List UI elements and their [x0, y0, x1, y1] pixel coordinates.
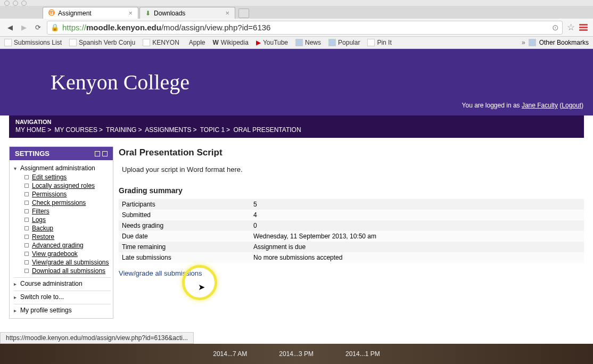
bookmark-star-icon[interactable]: ☆ [567, 22, 575, 33]
settings-link[interactable]: Logs [32, 216, 46, 224]
caret-right-icon: ▸ [14, 281, 18, 287]
lock-icon: 🔒 [51, 23, 59, 31]
bookmark-label: Submissions List [14, 39, 62, 46]
square-icon [24, 201, 29, 205]
settings-item[interactable]: Filters [24, 207, 111, 216]
bookmark-label: News [305, 39, 321, 46]
bookmark-label: YouTube [263, 39, 288, 46]
settings-item[interactable]: View gradebook [24, 250, 111, 258]
settings-block: SETTINGS ▾Assignment administration Edit… [9, 146, 113, 319]
forward-button[interactable]: ▶ [19, 23, 29, 32]
square-icon [24, 226, 29, 230]
row-label: Needs grading [119, 220, 250, 231]
settings-link[interactable]: Download all submissions [32, 267, 105, 275]
settings-link[interactable]: View/grade all submissions [32, 259, 109, 266]
tab-assignment[interactable]: ⓜ Assignment × [43, 7, 138, 19]
search-icon[interactable]: ⊙ [552, 23, 559, 32]
bookmark-label: Apple [189, 39, 205, 46]
settings-link[interactable]: Backup [32, 225, 53, 232]
tree-item-profile-settings[interactable]: ▸My profile settings [14, 304, 111, 315]
tab-downloads[interactable]: ⬇ Downloads × [139, 7, 235, 19]
logout-link[interactable]: Logout [562, 102, 581, 109]
page-icon [143, 39, 150, 46]
settings-item[interactable]: Edit settings [24, 173, 111, 181]
crumb-oral-presentation[interactable]: ORAL PRESENTATION [233, 126, 301, 134]
crumb-my-courses[interactable]: MY COURSES [54, 126, 97, 134]
bookmark-popular[interactable]: Popular [328, 39, 360, 46]
bookmark-label: Wikipedia [221, 39, 249, 46]
bookmark-submissions-list[interactable]: Submissions List [4, 39, 62, 46]
minimize-dot[interactable] [13, 1, 18, 6]
bookmark-wikipedia[interactable]: WWikipedia [213, 39, 249, 46]
settings-link[interactable]: Edit settings [32, 173, 67, 181]
dock-block-icon[interactable] [102, 151, 108, 156]
settings-item[interactable]: Backup [24, 224, 111, 233]
grading-table: Participants5Submitted4Needs grading0Due… [119, 199, 584, 263]
table-row: Late submissionsNo more submissions acce… [119, 252, 584, 263]
settings-link[interactable]: Permissions [32, 191, 67, 198]
settings-item[interactable]: Restore [24, 233, 111, 241]
bookmark-kenyon[interactable]: KENYON [143, 39, 179, 46]
url-box[interactable]: 🔒 https://moodle.kenyon.edu/mod/assign/v… [47, 21, 563, 35]
breadcrumb: MY HOME> MY COURSES> TRAINING> ASSIGNMEN… [15, 126, 578, 134]
url-text: https://moodle.kenyon.edu/mod/assign/vie… [62, 23, 549, 32]
square-icon [24, 175, 29, 179]
row-label: Participants [119, 199, 250, 210]
close-icon[interactable]: × [128, 9, 133, 17]
crumb-my-home[interactable]: MY HOME [15, 126, 46, 134]
tree-item-course-admin[interactable]: ▸Course administration [14, 277, 111, 288]
tab-label: Assignment [58, 10, 92, 17]
other-bookmarks[interactable]: » Other Bookmarks [522, 39, 589, 46]
tree-item-assignment-admin[interactable]: ▾Assignment administration [14, 163, 111, 173]
back-button[interactable]: ◀ [5, 23, 15, 32]
settings-link[interactable]: Check permissions [32, 199, 86, 206]
row-value: Wednesday, 11 September 2013, 10:50 am [250, 231, 584, 242]
table-row: Time remainingAssignment is due [119, 242, 584, 252]
bookmark-spanish-verb[interactable]: Spanish Verb Conju [69, 39, 135, 46]
navigation-block: NAVIGATION MY HOME> MY COURSES> TRAINING… [9, 115, 584, 138]
menu-icon[interactable] [579, 24, 588, 31]
close-dot[interactable] [4, 1, 10, 6]
settings-item[interactable]: View/grade all submissions [24, 258, 111, 267]
table-row: Due dateWednesday, 11 September 2013, 10… [119, 231, 584, 242]
settings-link[interactable]: Filters [32, 208, 50, 215]
moodle-icon: ⓜ [48, 9, 55, 18]
login-prefix: You are logged in as [462, 102, 522, 109]
settings-link[interactable]: View gradebook [32, 250, 78, 258]
maximize-dot[interactable] [21, 1, 27, 6]
close-icon[interactable]: × [225, 9, 229, 17]
bookmark-youtube[interactable]: ▶YouTube [256, 39, 288, 46]
wikipedia-icon: W [213, 39, 219, 46]
content-wrap: NAVIGATION MY HOME> MY COURSES> TRAINING… [0, 115, 593, 324]
crumb-assignments[interactable]: ASSIGNMENTS [145, 126, 191, 134]
settings-item[interactable]: Download all submissions [24, 267, 111, 275]
chevron-right-icon: » [522, 39, 525, 46]
settings-link[interactable]: Advanced grading [32, 242, 84, 249]
square-icon [24, 184, 29, 188]
bookmark-news[interactable]: News [295, 39, 321, 46]
minimize-block-icon[interactable] [95, 151, 100, 156]
settings-item[interactable]: Locally assigned roles [24, 181, 111, 190]
reload-button[interactable]: ⟳ [33, 23, 43, 32]
bookmarks-bar: Submissions List Spanish Verb Conju KENY… [0, 37, 593, 49]
crumb-training[interactable]: TRAINING [106, 126, 136, 134]
tree-item-switch-role[interactable]: ▸Switch role to... [14, 291, 111, 302]
settings-item[interactable]: Permissions [24, 190, 111, 198]
site-logo: Kenyon College [0, 70, 190, 95]
bookmark-pin-it[interactable]: Pin It [367, 39, 391, 46]
settings-link[interactable]: Locally assigned roles [32, 182, 95, 189]
settings-link[interactable]: Restore [32, 233, 54, 241]
settings-item[interactable]: Advanced grading [24, 241, 111, 250]
user-link[interactable]: Jane Faculty [522, 102, 558, 109]
view-grade-link[interactable]: View/grade all submissions [119, 269, 202, 277]
settings-item[interactable]: Check permissions [24, 198, 111, 207]
login-info: You are logged in as Jane Faculty (Logou… [462, 102, 583, 109]
square-icon [24, 252, 29, 256]
new-tab-button[interactable] [238, 9, 249, 18]
crumb-topic-1[interactable]: TOPIC 1 [200, 126, 225, 134]
page-icon [69, 39, 77, 46]
settings-header: SETTINGS [10, 147, 113, 160]
bookmark-apple[interactable]: Apple [187, 39, 205, 46]
bottom-item: 2014...3 PM [279, 350, 314, 358]
settings-item[interactable]: Logs [24, 216, 111, 224]
